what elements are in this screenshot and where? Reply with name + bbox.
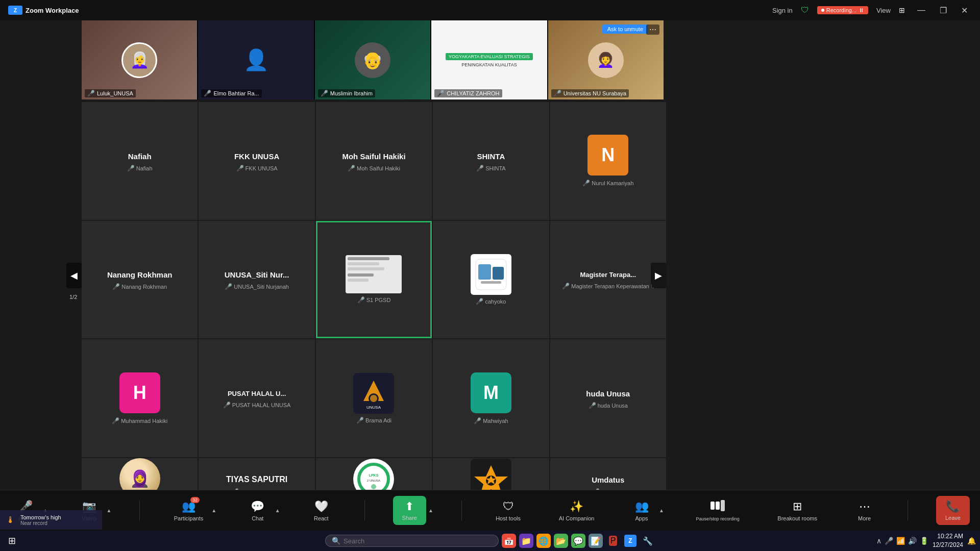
react-btn[interactable]: 🤍 React — [306, 497, 336, 524]
breakout-btn[interactable]: ⊞ Breakout rooms — [771, 497, 823, 524]
participant-brama-adi[interactable]: UNUSA 🎤 Brama Adi — [316, 339, 432, 457]
react-label: React — [314, 515, 329, 521]
participant-name: huda Unusa — [582, 387, 634, 400]
svg-text:UNUSA: UNUSA — [366, 405, 381, 410]
participant-cahyoko[interactable]: 🎤 cahyoko — [433, 221, 549, 339]
share-btn[interactable]: ⬆ Share — [393, 496, 426, 525]
apps-btn[interactable]: 👥 Apps — [626, 497, 657, 524]
view-btn[interactable]: View — [876, 7, 891, 14]
participants-chevron-icon[interactable]: ▲ — [211, 508, 216, 513]
grid-view-icon[interactable]: ⊞ — [899, 6, 905, 14]
pinned-app-zoom[interactable]: Z — [623, 534, 638, 548]
participant-nanang[interactable]: Nanang Rokhman 🎤 Nanang Rokhman — [82, 221, 198, 339]
weather-info: Tomorrow's high Near record — [20, 514, 61, 526]
ai-companion-icon: ✨ — [570, 500, 583, 513]
mic-muted-icon: 🎤 — [348, 165, 355, 172]
participant-muhammad-hakiki[interactable]: H 🎤 Muhammad Hakiki — [82, 339, 198, 457]
participant-pusat-halal[interactable]: PUSAT HALAL U... 🎤 PUSAT HALAL UNUSA — [199, 339, 314, 457]
weather-widget: 🌡 Tomorrow's high Near record — [0, 510, 102, 530]
search-bar[interactable]: 🔍 — [325, 535, 499, 547]
mic-muted-icon: 🎤 — [474, 417, 481, 424]
notifications-btn[interactable]: 🔔 — [967, 537, 976, 545]
mic-muted-icon: 🎤 — [476, 165, 484, 172]
participant-sub: 🎤 Brama Adi — [356, 417, 391, 424]
participant-logo — [471, 254, 511, 295]
video-cell-muslimin[interactable]: 👴 🎤 Muslimin Ibrahim — [315, 20, 430, 99]
mic-tray-icon[interactable]: 🎤 — [885, 537, 893, 545]
video-cell-elmo[interactable]: 👤 🎤 Elmo Bahtiar Ra... — [198, 20, 313, 99]
participant-sub: 🎤 Magister Terapan Keperawatan UNU... — [562, 283, 654, 290]
participant-sub: 🎤 Nanang Rokhman — [112, 283, 167, 290]
chat-icon: 💬 — [251, 500, 264, 513]
participants-count-badge: 32 — [190, 497, 200, 503]
sign-in-btn[interactable]: Sign in — [772, 7, 793, 14]
participants-btn[interactable]: 👥 32 Participants — [168, 497, 209, 524]
search-input[interactable] — [344, 537, 476, 545]
battery-icon[interactable]: 🔋 — [920, 537, 928, 545]
apps-chevron-icon[interactable]: ▲ — [659, 508, 664, 513]
pause-stop-icon — [710, 500, 725, 514]
clock-date: 12/27/2024 — [933, 541, 963, 549]
pinned-app-whatsapp[interactable]: 💬 — [571, 534, 585, 548]
ai-companion-btn[interactable]: ✨ AI Companion — [553, 497, 601, 524]
mic-muted-icon: 🎤 — [357, 296, 365, 304]
pinned-app-chrome[interactable]: 🌐 — [536, 534, 551, 548]
share-chevron-icon[interactable]: ▲ — [428, 508, 433, 513]
host-tools-btn[interactable]: 🛡 Host tools — [489, 497, 527, 524]
participant-moh-saiful[interactable]: Moh Saiful Hakiki 🎤 Moh Saiful Hakiki — [316, 102, 432, 220]
pinned-app-calendar[interactable]: 📅 — [502, 534, 516, 548]
apps-label: Apps — [635, 515, 648, 521]
sys-tray: ∧ 🎤 📶 🔊 🔋 — [876, 537, 928, 545]
svg-rect-20 — [721, 500, 725, 511]
tray-arrow-icon[interactable]: ∧ — [876, 537, 881, 545]
participant-nafiah[interactable]: Nafiah 🎤 Nafiah — [82, 102, 198, 220]
participant-sub: 🎤 cahyoko — [476, 298, 506, 305]
chat-chevron-icon[interactable]: ▲ — [275, 508, 280, 513]
nav-arrow-left[interactable]: ◀ — [66, 263, 82, 288]
zoom-icon: Z — [8, 6, 22, 15]
leave-btn[interactable]: 📞 Leave — [936, 496, 970, 525]
wifi-icon[interactable]: 📶 — [896, 537, 905, 545]
nav-page-left: 1/2 — [69, 294, 77, 300]
pause-stop-btn[interactable]: Pause/stop recording — [690, 497, 746, 524]
pinned-app-ppt[interactable]: P — [606, 534, 620, 548]
video-chevron-up-icon[interactable]: ▲ — [107, 508, 112, 513]
minimize-btn[interactable]: — — [913, 4, 929, 17]
participant-huda-unusa[interactable]: huda Unusa 🎤 huda Unusa — [550, 339, 666, 457]
participant-unusa-siti[interactable]: UNUSA_Siti Nur... 🎤 UNUSA_Siti Nurjanah — [199, 221, 314, 339]
participant-shinta[interactable]: SHINTA 🎤 SHINTA — [433, 102, 549, 220]
maximize-btn[interactable]: ❐ — [936, 4, 951, 17]
mic-muted-icon: 🎤 — [236, 165, 244, 172]
participant-fkk-unusa[interactable]: FKK UNUSA 🎤 FKK UNUSA — [199, 102, 314, 220]
pinned-app-notes[interactable]: 📝 — [589, 534, 603, 548]
participants-icon: 👥 32 — [182, 500, 195, 513]
ask-unmute-btn[interactable]: Ask to unmute — [602, 24, 648, 34]
start-button[interactable]: ⊞ — [4, 533, 20, 548]
more-options-btn[interactable]: ⋯ — [646, 24, 659, 35]
participant-magister[interactable]: Magister Terapa... 🎤 Magister Terapan Ke… — [550, 221, 666, 339]
pause-icon: ⏸ — [859, 7, 864, 13]
participant-name: Moh Saiful Hakiki — [338, 150, 409, 163]
host-tools-label: Host tools — [496, 515, 521, 521]
participant-mahwiyah[interactable]: M 🎤 Mahwiyah — [433, 339, 549, 457]
pinned-app-explorer[interactable]: 📁 — [519, 534, 533, 548]
video-cell-univ-nu[interactable]: 👩‍🦱 🎤 Universitas NU Surabaya Ask to unm… — [548, 20, 664, 99]
volume-icon[interactable]: 🔊 — [908, 537, 917, 545]
close-btn[interactable]: ✕ — [957, 4, 972, 17]
security-shield-icon: 🛡 — [801, 6, 809, 15]
video-name-chilyatiz: 🎤 CHILYATIZ ZAHROH — [434, 89, 502, 97]
video-cell-chilyatiz[interactable]: YOGYAKARTA EVALUASI STRATEGIS PENINGKATA… — [431, 20, 547, 99]
nav-arrow-right[interactable]: ▶ — [651, 263, 666, 288]
pinned-app-other[interactable]: 🔧 — [641, 534, 655, 548]
pause-stop-label: Pause/stop recording — [696, 516, 740, 521]
participant-s1-pgsd[interactable]: 🎤 S1 PGSD — [316, 221, 432, 339]
ai-companion-group: ✨ AI Companion — [553, 497, 601, 524]
more-btn[interactable]: ⋯ More — [849, 497, 880, 524]
video-cell-luluk[interactable]: 👩‍🦳 🎤 Luluk_UNUSA — [82, 20, 197, 99]
participant-nurul[interactable]: N 🎤 Nurul Kamariyah — [550, 102, 666, 220]
participant-sub: 🎤 Nurul Kamariyah — [582, 180, 633, 187]
pinned-app-files[interactable]: 📂 — [554, 534, 568, 548]
react-icon: 🤍 — [314, 500, 328, 513]
taskbar-left: ⊞ — [4, 533, 20, 548]
chat-btn[interactable]: 💬 Chat — [242, 497, 273, 524]
